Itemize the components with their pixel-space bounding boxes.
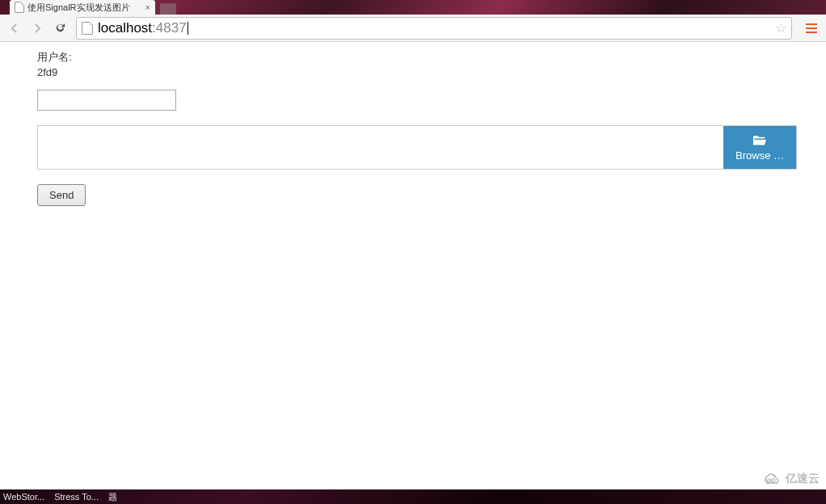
- reload-button[interactable]: [50, 19, 70, 38]
- folder-open-icon: [752, 133, 768, 146]
- bookmark-star-icon[interactable]: ☆: [775, 20, 786, 36]
- taskbar-item[interactable]: 题: [108, 491, 117, 503]
- close-icon[interactable]: ×: [145, 2, 150, 12]
- username-label: 用户名:: [37, 50, 789, 65]
- tab-title: 使用SignalR实现发送图片: [27, 2, 142, 14]
- new-tab-button[interactable]: [160, 3, 176, 15]
- taskbar-item[interactable]: Stress To...: [54, 492, 99, 502]
- file-display[interactable]: [38, 126, 723, 169]
- send-button[interactable]: Send: [37, 184, 86, 206]
- username-value: 2fd9: [37, 66, 789, 78]
- address-host: localhost: [98, 20, 152, 36]
- page-icon: [15, 2, 24, 13]
- browse-label: Browse …: [735, 149, 784, 162]
- address-port: :4837: [152, 20, 187, 36]
- browser-tab[interactable]: 使用SignalR实现发送图片 ×: [10, 0, 155, 15]
- hamburger-menu-icon[interactable]: [802, 19, 821, 38]
- forward-button[interactable]: [27, 19, 47, 38]
- text-cursor: [188, 22, 188, 35]
- taskbar-item[interactable]: WebStor...: [3, 492, 44, 502]
- message-input[interactable]: [37, 90, 176, 111]
- address-text: localhost:4837: [98, 20, 187, 36]
- back-button[interactable]: [5, 19, 24, 38]
- watermark: 亿速云: [761, 472, 820, 486]
- address-bar[interactable]: localhost:4837 ☆: [76, 17, 792, 40]
- svg-point-0: [768, 479, 771, 482]
- browser-toolbar: localhost:4837 ☆: [0, 15, 826, 42]
- cloud-icon: [761, 472, 782, 486]
- page-content: 用户名: 2fd9 Browse … Send: [0, 42, 826, 489]
- taskbar: WebStor... Stress To... 题: [0, 489, 826, 504]
- svg-point-1: [772, 479, 775, 482]
- watermark-text: 亿速云: [786, 472, 820, 486]
- file-input-row: Browse …: [37, 125, 797, 170]
- browse-button[interactable]: Browse …: [723, 126, 796, 169]
- browser-tab-bar: 使用SignalR实现发送图片 ×: [0, 0, 826, 15]
- page-icon: [82, 22, 93, 35]
